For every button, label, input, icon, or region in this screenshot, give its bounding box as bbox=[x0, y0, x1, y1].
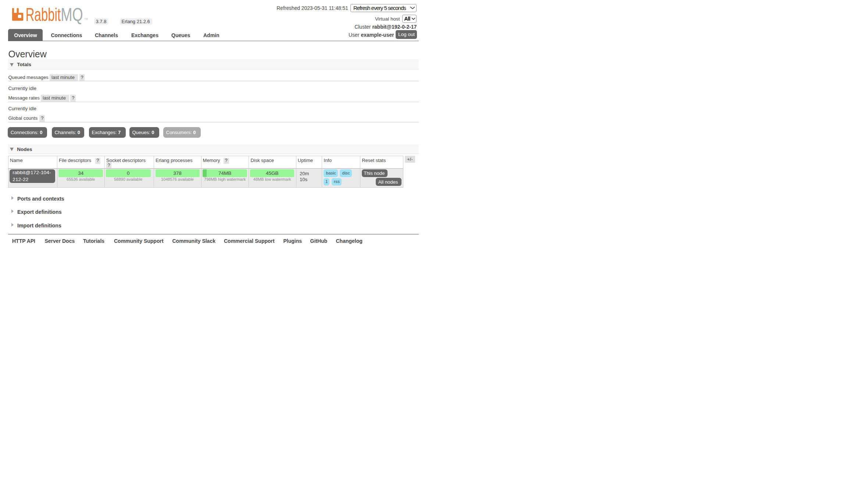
svg-text:Rabbit: Rabbit bbox=[26, 4, 61, 25]
svg-text:MQ: MQ bbox=[61, 4, 83, 25]
svg-text:TM: TM bbox=[85, 18, 88, 20]
